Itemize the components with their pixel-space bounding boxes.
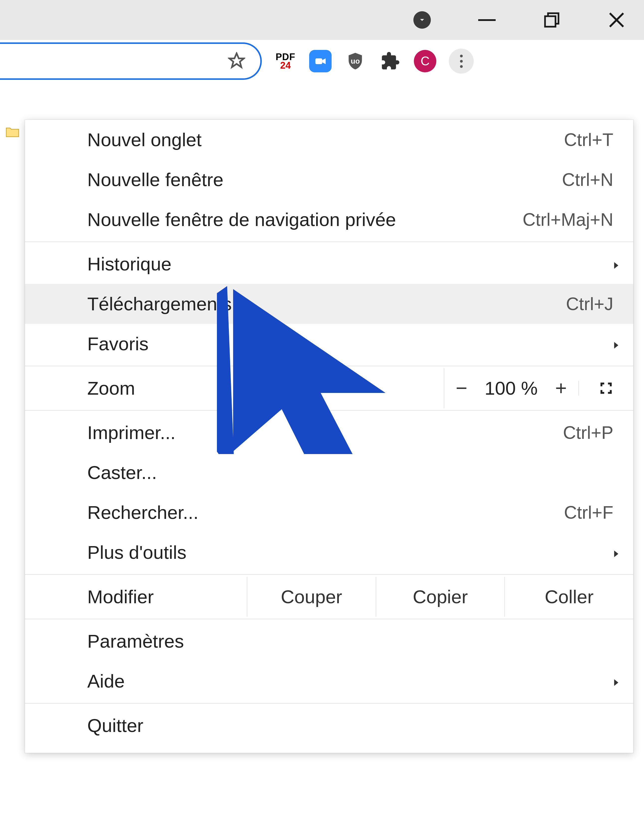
chevron-right-icon (611, 670, 621, 692)
menu-label: Plus d'outils (87, 541, 613, 563)
paste-button[interactable]: Coller (504, 577, 633, 617)
maximize-icon (543, 11, 561, 29)
extension-zoom-button[interactable] (309, 50, 332, 72)
extension-pdf24-button[interactable]: PDF 24 (274, 50, 297, 72)
menu-shortcut: Ctrl+P (563, 422, 613, 443)
menu-label: Historique (87, 253, 613, 275)
zoom-out-button[interactable]: − (444, 368, 479, 408)
close-icon (608, 11, 626, 29)
menu-shortcut: Ctrl+T (564, 129, 613, 150)
app-menu-button[interactable] (449, 48, 474, 74)
menu-item-help[interactable]: Aide (25, 661, 633, 701)
menu-label: Modifier (87, 586, 247, 608)
menu-item-more-tools[interactable]: Plus d'outils (25, 532, 633, 572)
svg-rect-5 (315, 58, 322, 64)
menu-item-zoom: Zoom − 100 % + (25, 368, 633, 408)
menu-separator (25, 410, 633, 411)
svg-marker-4 (229, 53, 244, 67)
menu-separator (25, 574, 633, 575)
chevron-right-icon (611, 253, 621, 275)
copy-label: Copier (413, 586, 468, 608)
chevron-right-icon (611, 333, 621, 354)
menu-label: Zoom (87, 377, 135, 399)
menu-label: Rechercher... (87, 502, 564, 523)
menu-separator (25, 703, 633, 703)
menu-label: Téléchargements (87, 293, 566, 315)
menu-label: Caster... (87, 462, 613, 483)
menu-shortcut: Ctrl+N (562, 170, 613, 190)
minus-icon: − (456, 377, 468, 400)
plus-icon: + (555, 377, 567, 400)
menu-separator (25, 241, 633, 242)
menu-item-cast[interactable]: Caster... (25, 453, 633, 493)
zoom-value: 100 % (479, 368, 544, 408)
paste-label: Coller (545, 586, 594, 608)
minimize-button[interactable] (475, 8, 499, 32)
menu-item-new-tab[interactable]: Nouvel onglet Ctrl+T (25, 120, 633, 160)
address-bar[interactable] (0, 42, 262, 80)
menu-label: Nouvelle fenêtre de navigation privée (87, 209, 523, 230)
kebab-dot-icon (460, 60, 463, 63)
menu-item-find[interactable]: Rechercher... Ctrl+F (25, 493, 633, 532)
menu-shortcut: Ctrl+F (564, 502, 613, 523)
zoom-in-button[interactable]: + (544, 368, 578, 408)
menu-item-new-window[interactable]: Nouvelle fenêtre Ctrl+N (25, 160, 633, 200)
minimize-icon (478, 19, 496, 21)
menu-item-edit: Modifier Couper Copier Coller (25, 577, 633, 617)
fullscreen-icon (599, 381, 613, 396)
svg-rect-1 (545, 16, 555, 27)
maximize-button[interactable] (539, 8, 564, 32)
kebab-dot-icon (460, 65, 463, 68)
cut-label: Couper (281, 586, 342, 608)
cut-button[interactable]: Couper (247, 577, 376, 617)
extension-ublock-button[interactable]: uo (344, 50, 366, 72)
close-button[interactable] (604, 8, 629, 32)
menu-item-settings[interactable]: Paramètres (25, 621, 633, 661)
bookmark-bar-folder[interactable] (0, 120, 20, 145)
app-menu: Nouvel onglet Ctrl+T Nouvelle fenêtre Ct… (25, 120, 633, 753)
menu-item-incognito[interactable]: Nouvelle fenêtre de navigation privée Ct… (25, 200, 633, 239)
kebab-dot-icon (460, 55, 463, 57)
ublock-shield-icon: uo (345, 51, 365, 71)
menu-label: Imprimer... (87, 422, 563, 443)
svg-text:uo: uo (351, 57, 360, 65)
menu-separator (25, 366, 633, 366)
menu-label: Quitter (87, 715, 613, 736)
menu-item-downloads[interactable]: Téléchargements Ctrl+J (25, 284, 633, 324)
chevron-right-icon (611, 541, 621, 563)
menu-item-history[interactable]: Historique (25, 244, 633, 284)
menu-item-bookmarks[interactable]: Favoris (25, 324, 633, 364)
menu-label: Paramètres (87, 630, 613, 652)
menu-label: Favoris (87, 333, 613, 354)
download-arrow-icon (413, 11, 431, 29)
menu-shortcut: Ctrl+Maj+N (523, 209, 613, 230)
browser-toolbar: PDF 24 uo C (0, 40, 644, 82)
menu-shortcut: Ctrl+J (566, 294, 613, 314)
bookmark-star-icon[interactable] (228, 52, 245, 70)
puzzle-icon (380, 51, 400, 71)
profile-letter: C (421, 54, 429, 68)
menu-separator (25, 619, 633, 619)
fullscreen-button[interactable] (578, 381, 633, 396)
menu-item-quit[interactable]: Quitter (25, 706, 633, 745)
copy-button[interactable]: Copier (376, 577, 505, 617)
menu-label: Aide (87, 670, 613, 692)
zoom-camera-icon (309, 50, 332, 72)
window-titlebar (0, 0, 644, 40)
menu-item-print[interactable]: Imprimer... Ctrl+P (25, 413, 633, 453)
profile-avatar-button[interactable]: C (414, 50, 436, 72)
menu-label: Nouvel onglet (87, 129, 564, 150)
menu-label: Nouvelle fenêtre (87, 169, 562, 190)
folder-icon (5, 126, 20, 139)
pdf24-icon: PDF 24 (276, 53, 295, 70)
extensions-menu-button[interactable] (379, 50, 402, 72)
downloads-indicator-button[interactable] (410, 8, 434, 32)
